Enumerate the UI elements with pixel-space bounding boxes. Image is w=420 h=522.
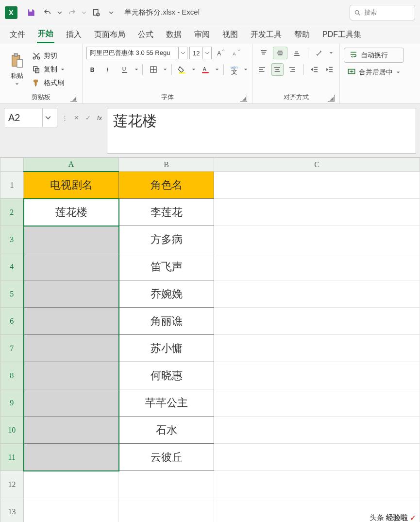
phonetic-button[interactable]: wén 文: [228, 63, 241, 76]
align-left-button[interactable]: [256, 63, 269, 76]
copy-button[interactable]: 复制: [30, 63, 67, 76]
phonetic-dropdown[interactable]: [244, 68, 249, 71]
name-box[interactable]: A2: [4, 108, 57, 127]
orientation-dropdown[interactable]: [329, 51, 334, 55]
select-all-corner[interactable]: [0, 158, 24, 172]
col-header-C[interactable]: C: [214, 158, 420, 172]
cell-C9[interactable]: [214, 389, 420, 417]
print-preview-button[interactable]: [88, 5, 104, 20]
cell-A1[interactable]: 电视剧名: [24, 172, 119, 199]
cell-A6[interactable]: [24, 308, 119, 335]
increase-font-button[interactable]: A: [214, 47, 227, 59]
bold-button[interactable]: B: [86, 63, 100, 76]
cell-B5[interactable]: 乔婉娩: [119, 280, 214, 308]
tab-layout[interactable]: 页面布局: [93, 27, 126, 43]
tab-insert[interactable]: 插入: [65, 27, 83, 43]
cell-C3[interactable]: [214, 226, 420, 253]
cell-B1[interactable]: 角色名: [119, 172, 214, 199]
font-size-combo[interactable]: 12: [189, 47, 212, 59]
cell-B7[interactable]: 苏小慵: [119, 335, 214, 362]
merge-dropdown[interactable]: [396, 70, 401, 74]
accept-formula-button[interactable]: ✓: [83, 110, 93, 125]
merge-center-button[interactable]: 合并后居中: [344, 66, 404, 79]
row-header-4[interactable]: 4: [0, 253, 24, 280]
search-input[interactable]: 搜索: [350, 5, 415, 20]
col-header-A[interactable]: A: [24, 158, 119, 172]
tab-help[interactable]: 帮助: [293, 27, 311, 43]
redo-button[interactable]: [64, 5, 80, 20]
italic-button[interactable]: I: [102, 63, 116, 76]
orientation-button[interactable]: [312, 47, 327, 59]
cell-A3[interactable]: [24, 226, 119, 253]
cell-A4[interactable]: [24, 253, 119, 280]
name-box-dropdown[interactable]: [42, 108, 53, 127]
undo-button[interactable]: [40, 5, 55, 20]
tab-review[interactable]: 审阅: [193, 27, 211, 43]
increase-indent-button[interactable]: [323, 63, 336, 76]
tab-data[interactable]: 数据: [165, 27, 183, 43]
cell-C12[interactable]: [214, 471, 420, 498]
cell-B9[interactable]: 芊芊公主: [119, 389, 214, 417]
font-color-button[interactable]: A: [199, 63, 212, 76]
cell-B6[interactable]: 角丽谯: [119, 308, 214, 335]
cell-C5[interactable]: [214, 280, 420, 308]
row-header-5[interactable]: 5: [0, 280, 24, 308]
cell-B12[interactable]: [119, 471, 214, 498]
cell-A5[interactable]: [24, 280, 119, 308]
font-launcher[interactable]: [240, 95, 247, 102]
row-header-10[interactable]: 10: [0, 417, 24, 444]
cell-B11[interactable]: 云彼丘: [119, 444, 214, 471]
paste-button[interactable]: 粘贴: [4, 47, 30, 92]
cell-B3[interactable]: 方多病: [119, 226, 214, 253]
fill-color-button[interactable]: [176, 63, 189, 76]
cell-A12[interactable]: [24, 471, 119, 498]
formula-input[interactable]: 莲花楼: [107, 108, 416, 154]
align-center-button[interactable]: [271, 63, 284, 76]
alignment-launcher[interactable]: [328, 95, 335, 102]
row-header-3[interactable]: 3: [0, 226, 24, 253]
fx-button[interactable]: fx: [94, 110, 105, 125]
row-header-13[interactable]: 13: [0, 498, 24, 522]
row-header-7[interactable]: 7: [0, 335, 24, 362]
tab-home[interactable]: 开始: [37, 26, 54, 43]
cell-C11[interactable]: [214, 444, 420, 471]
cell-A11[interactable]: [24, 444, 119, 471]
tab-file[interactable]: 文件: [9, 27, 26, 43]
align-middle-button[interactable]: [273, 47, 287, 59]
row-header-6[interactable]: 6: [0, 308, 24, 335]
wrap-text-button[interactable]: 自动换行: [344, 48, 404, 63]
decrease-font-button[interactable]: A: [229, 47, 243, 59]
cut-button[interactable]: 剪切: [30, 50, 67, 62]
underline-button[interactable]: U: [118, 63, 131, 76]
cell-C6[interactable]: [214, 308, 420, 335]
borders-dropdown[interactable]: [163, 68, 168, 71]
tab-formulas[interactable]: 公式: [137, 27, 154, 43]
cell-A8[interactable]: [24, 362, 119, 389]
decrease-indent-button[interactable]: [308, 63, 320, 76]
cell-B8[interactable]: 何晓惠: [119, 362, 214, 389]
cell-A13[interactable]: [24, 498, 119, 522]
cell-B4[interactable]: 笛飞声: [119, 253, 214, 280]
cell-A10[interactable]: [24, 417, 119, 444]
align-right-button[interactable]: [286, 63, 299, 76]
cancel-formula-button[interactable]: ✕: [71, 110, 82, 125]
redo-dropdown[interactable]: [81, 10, 87, 15]
cell-C8[interactable]: [214, 362, 420, 389]
tab-pdf[interactable]: PDF工具集: [321, 27, 362, 43]
cell-C2[interactable]: [214, 199, 420, 226]
font-name-combo[interactable]: 阿里巴巴普惠体 3.0 55 Regu: [86, 47, 187, 59]
cell-C10[interactable]: [214, 417, 420, 444]
cell-C1[interactable]: [214, 172, 420, 199]
save-button[interactable]: [23, 5, 39, 20]
undo-dropdown[interactable]: [56, 10, 63, 15]
clipboard-launcher[interactable]: [70, 95, 77, 102]
row-header-11[interactable]: 11: [0, 444, 24, 471]
row-header-12[interactable]: 12: [0, 471, 24, 498]
qat-customize-dropdown[interactable]: [108, 10, 115, 15]
fill-color-dropdown[interactable]: [191, 68, 196, 71]
row-header-8[interactable]: 8: [0, 362, 24, 389]
row-header-1[interactable]: 1: [0, 172, 24, 199]
cell-A7[interactable]: [24, 335, 119, 362]
tab-developer[interactable]: 开发工具: [250, 27, 283, 43]
borders-button[interactable]: [147, 63, 160, 76]
